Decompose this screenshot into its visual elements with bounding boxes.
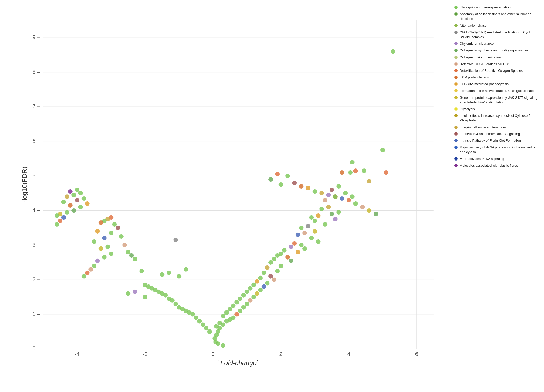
svg-point-146 [143, 295, 148, 299]
legend-color-dot [454, 146, 458, 149]
legend-color-dot [454, 69, 458, 72]
svg-text:4: 4 [347, 351, 350, 357]
legend-label-text: Major pathway of rRNA processing in the … [460, 145, 541, 154]
legend-label-text: Molecules associated with elastic fibres [460, 163, 518, 168]
svg-point-67 [289, 245, 293, 249]
svg-text:9 –: 9 – [32, 34, 40, 40]
legend-item: MET activates PTK2 signaling [454, 157, 541, 161]
legend-label-text: Detoxification of Reactive Oxygen Specie… [460, 68, 523, 73]
svg-point-98 [231, 303, 236, 308]
legend-label-text: Formation of the active cofactor, UDP-gl… [460, 88, 534, 93]
legend-item: Attenuation phase [454, 23, 541, 28]
svg-point-175 [65, 194, 69, 199]
legend-item: Molecules associated with elastic fibres [454, 163, 541, 168]
svg-text:-2: -2 [143, 351, 148, 357]
svg-text:-4: -4 [75, 351, 80, 357]
svg-point-188 [55, 222, 59, 227]
svg-point-166 [95, 259, 100, 263]
svg-point-62 [296, 233, 300, 237]
legend-color-dot [454, 82, 458, 86]
legend-label-text: Defective CHST6 causes MCDC1 [460, 62, 510, 66]
svg-point-164 [102, 255, 107, 260]
legend-item: Defective CHST6 causes MCDC1 [454, 62, 541, 66]
svg-point-120 [201, 322, 205, 327]
legend-color-dot [454, 126, 458, 129]
svg-point-48 [323, 198, 327, 202]
svg-point-155 [119, 234, 124, 239]
legend-color-dot [454, 24, 458, 27]
svg-point-202 [353, 201, 358, 206]
svg-point-39 [348, 170, 353, 175]
svg-point-68 [302, 246, 307, 251]
svg-point-44 [330, 188, 334, 192]
svg-point-169 [85, 271, 90, 275]
legend-label-text: Collagen biosynthesis and modifying enzy… [460, 48, 528, 53]
svg-point-204 [367, 208, 371, 213]
svg-text:2 –: 2 – [32, 276, 40, 282]
svg-point-165 [133, 257, 137, 261]
svg-point-55 [333, 217, 338, 221]
svg-point-97 [245, 302, 249, 306]
svg-point-42 [367, 179, 371, 183]
legend-color-dot [454, 107, 458, 111]
legend-item: Integrin cell surface interactions [454, 125, 541, 130]
svg-point-70 [296, 250, 300, 254]
svg-point-141 [177, 274, 182, 279]
svg-point-88 [248, 286, 253, 291]
svg-point-168 [88, 267, 93, 272]
svg-point-205 [374, 212, 378, 216]
legend-label-text: Gene and protein expression by JAK-STAT … [460, 95, 541, 105]
svg-point-61 [302, 231, 307, 235]
legend-label-text: FCGR3A-mediated phagocytosis [460, 82, 509, 86]
svg-point-162 [109, 252, 113, 256]
volcano-plot: -4-202461 –2 –3 –4 –5 –6 –7 –8 –9 –0 –`F… [21, 10, 444, 371]
legend-panel[interactable]: [No significant over-representation]Asse… [449, 0, 544, 392]
svg-point-182 [71, 208, 76, 213]
svg-point-89 [258, 288, 263, 292]
legend-color-dot [454, 62, 458, 66]
legend-item: Glycolysis [454, 107, 541, 111]
svg-point-85 [265, 281, 270, 286]
legend-label-text: Chk1/Chk2(Cds1) mediated inactivation of… [460, 30, 541, 39]
svg-point-60 [313, 229, 317, 234]
svg-point-187 [58, 219, 62, 223]
svg-point-193 [279, 182, 283, 187]
svg-text:5 –: 5 – [32, 173, 40, 179]
svg-point-118 [207, 329, 212, 334]
svg-point-51 [336, 210, 341, 215]
svg-text:7 –: 7 – [32, 103, 40, 110]
svg-point-86 [251, 283, 256, 287]
svg-point-78 [265, 265, 270, 270]
svg-text:6 –: 6 – [32, 138, 40, 144]
svg-point-172 [68, 189, 73, 194]
svg-text:0 –: 0 – [32, 345, 40, 352]
svg-point-200 [340, 196, 344, 201]
svg-point-191 [268, 177, 273, 182]
svg-point-90 [245, 290, 249, 294]
svg-point-180 [68, 203, 73, 208]
svg-point-197 [319, 191, 324, 195]
svg-point-199 [333, 194, 338, 199]
svg-point-130 [167, 297, 171, 301]
svg-point-127 [177, 305, 182, 310]
svg-point-96 [234, 300, 239, 305]
svg-point-91 [255, 291, 259, 296]
legend-label-text: MET activates PTK2 signaling [460, 157, 504, 161]
svg-point-100 [228, 307, 232, 311]
svg-point-64 [316, 239, 321, 244]
svg-text:3 –: 3 – [32, 242, 40, 248]
svg-point-207 [384, 170, 388, 175]
svg-point-181 [78, 205, 83, 209]
svg-point-81 [268, 274, 273, 279]
svg-point-121 [197, 319, 202, 324]
svg-point-157 [92, 239, 96, 244]
svg-point-150 [99, 220, 103, 225]
svg-point-203 [360, 205, 365, 209]
svg-point-194 [299, 184, 304, 189]
legend-item: Insulin effects increased synthesis of X… [454, 113, 541, 123]
legend-label-text: Chylomicron clearance [460, 41, 494, 46]
legend-item: FCGR3A-mediated phagocytosis [454, 82, 541, 86]
svg-point-107 [224, 319, 229, 324]
svg-point-40 [362, 168, 366, 173]
legend-item: Formation of the active cofactor, UDP-gl… [454, 88, 541, 93]
